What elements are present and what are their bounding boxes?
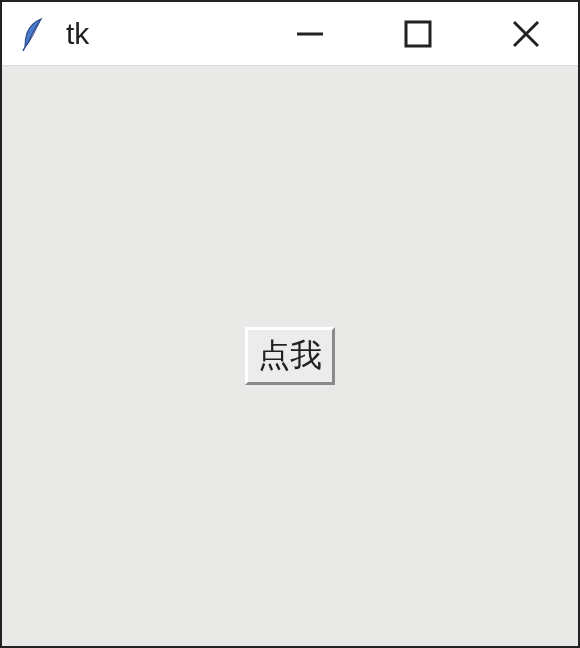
maximize-button[interactable] [398,14,438,54]
window-title: tk [66,17,89,51]
app-window: tk 点我 [0,0,580,648]
titlebar-controls [290,14,568,54]
svg-line-0 [23,47,25,51]
titlebar[interactable]: tk [2,2,578,66]
minimize-button[interactable] [290,14,330,54]
click-me-button[interactable]: 点我 [245,327,335,384]
close-button[interactable] [506,14,546,54]
feather-icon [20,16,48,52]
maximize-icon [402,18,434,50]
close-icon [509,17,543,51]
window-content: 点我 [2,66,578,646]
minimize-icon [293,17,327,51]
svg-rect-2 [406,22,430,46]
